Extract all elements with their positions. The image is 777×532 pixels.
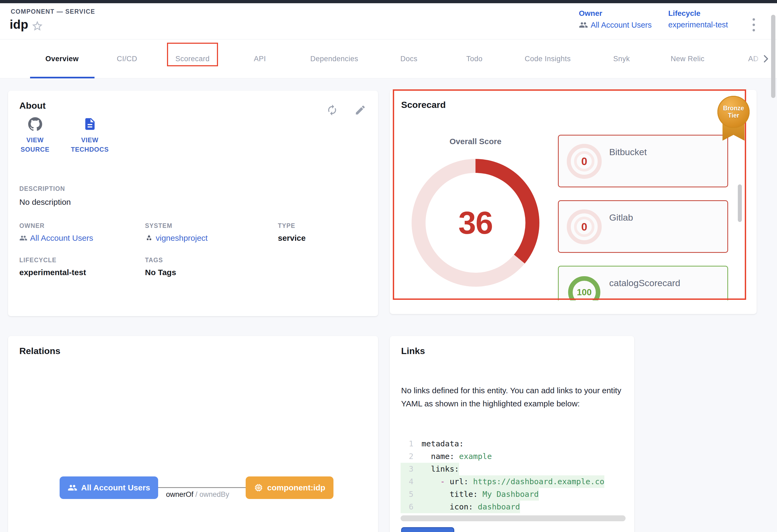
description-value: No description	[19, 197, 71, 207]
favorite-star-icon[interactable]	[31, 20, 43, 32]
chevron-right-icon[interactable]	[760, 53, 771, 64]
bitbucket-score-ring: 0	[567, 144, 602, 179]
tab-new-relic[interactable]: New Relic	[671, 39, 704, 79]
relation-target-label: component:idp	[267, 483, 325, 492]
lifecycle-value: experimental-test	[668, 20, 728, 29]
gitlab-score-ring: 0	[567, 210, 602, 244]
code-line: 2 name: example	[390, 450, 626, 463]
code-horizontal-scrollbar[interactable]	[401, 515, 626, 521]
github-icon	[28, 117, 42, 131]
tab-overview[interactable]: Overview	[45, 39, 79, 79]
owner-value: All Account Users	[591, 21, 652, 29]
relation-node-component[interactable]: component:idp	[246, 477, 333, 499]
badge-text-line1: Bronze	[723, 105, 744, 112]
scorecard-item-gitlab[interactable]: 0 Gitlab	[558, 200, 728, 253]
gitlab-score-value: 0	[567, 210, 602, 244]
about-card-title: About	[19, 100, 46, 111]
bronze-tier-badge: Bronze Tier	[717, 96, 750, 141]
tab-dependencies[interactable]: Dependencies	[310, 39, 358, 79]
refresh-icon[interactable]	[326, 104, 338, 116]
lifecycle-field-label: LIFECYCLE	[19, 257, 57, 264]
gitlab-name: Gitlab	[609, 212, 633, 223]
people-icon	[19, 234, 27, 242]
relation-node-owner[interactable]: All Account Users	[60, 477, 158, 499]
badge-rosette: Bronze Tier	[717, 96, 750, 128]
about-card: About VIEW SOURCE VIEW TECHDOCS DESCRIPT…	[8, 91, 378, 316]
tab-todo[interactable]: Todo	[466, 39, 483, 79]
description-label: DESCRIPTION	[19, 185, 65, 192]
owner-label: Owner	[579, 9, 652, 18]
catalogscorecard-score-value: 100	[567, 275, 602, 300]
tab-scorecard[interactable]: Scorecard	[175, 39, 210, 79]
code-line: 1metadata:	[390, 437, 626, 450]
page-title: idp	[10, 17, 28, 32]
tab-cicd[interactable]: CI/CD	[117, 39, 137, 79]
more-options-kebab-icon[interactable]	[750, 14, 758, 35]
bitbucket-name: Bitbucket	[609, 147, 647, 157]
type-field-value: service	[278, 234, 306, 243]
system-field-value: vigneshproject	[156, 234, 208, 243]
badge-text-line2: Tier	[728, 112, 739, 119]
links-empty-message: No links defined for this entity. You ca…	[401, 384, 628, 410]
edge-backward: ownedBy	[200, 490, 229, 499]
owner-link[interactable]: All Account Users	[579, 20, 652, 29]
tab-code-insights[interactable]: Code Insights	[525, 39, 571, 79]
links-card-action-button[interactable]	[401, 527, 454, 532]
relations-card: Relations All Account Users component:id…	[8, 336, 378, 532]
yaml-code-block: 1metadata: 2 name: example 3 links: 4 - …	[390, 437, 626, 513]
edge-separator: /	[193, 490, 200, 499]
breadcrumb: COMPONENT — SERVICE	[11, 8, 95, 15]
owner-field-link[interactable]: All Account Users	[19, 234, 93, 243]
owner-field-label: OWNER	[19, 222, 44, 230]
header-lifecycle: Lifecycle experimental-test	[668, 9, 728, 29]
edge-forward: ownerOf	[166, 490, 193, 499]
techdocs-document-icon	[83, 117, 97, 131]
tabs-bar: Overview CI/CD Scorecard API Dependencie…	[0, 39, 777, 79]
scorecard-item-catalogscorecard[interactable]: 100 catalogScorecard	[558, 266, 728, 300]
code-line-highlighted: 4 - url: https://dashboard.example.co	[390, 476, 626, 488]
system-tree-icon	[145, 234, 153, 242]
catalogscorecard-score-ring: 100	[567, 275, 602, 300]
type-field-label: TYPE	[278, 222, 295, 230]
system-field-link[interactable]: vigneshproject	[145, 234, 208, 243]
code-line-highlighted: 6 icon: dashboard	[390, 501, 626, 513]
view-techdocs-label: VIEW TECHDOCS	[65, 135, 115, 154]
active-tab-underline	[30, 77, 95, 79]
tab-snyk[interactable]: Snyk	[613, 39, 630, 79]
links-card: Links No links defined for this entity. …	[390, 336, 634, 532]
overall-score-label: Overall Score	[449, 137, 501, 146]
tab-docs[interactable]: Docs	[400, 39, 418, 79]
chip-component-icon	[254, 483, 263, 493]
catalogscorecard-name: catalogScorecard	[609, 278, 680, 288]
tab-api[interactable]: API	[254, 39, 266, 79]
people-icon	[68, 483, 77, 493]
scorecard-card: Scorecard Bronze Tier Overall Score 36 0…	[390, 90, 757, 314]
code-line-highlighted: 3 links:	[390, 463, 626, 476]
view-source-link[interactable]: VIEW SOURCE	[16, 117, 54, 154]
scorecard-card-title: Scorecard	[401, 100, 446, 110]
app-window: COMPONENT — SERVICE idp Owner All Accoun…	[0, 0, 777, 532]
links-card-title: Links	[401, 346, 425, 356]
code-line-highlighted: 5 title: My Dashboard	[390, 488, 626, 501]
view-techdocs-link[interactable]: VIEW TECHDOCS	[65, 117, 115, 154]
edit-pencil-icon[interactable]	[354, 104, 366, 116]
page-scrollbar[interactable]	[771, 15, 775, 98]
lifecycle-label: Lifecycle	[668, 9, 728, 18]
scorecard-item-list: 0 Bitbucket 0 Gitlab 100 catalogScorecar…	[558, 135, 728, 300]
relation-edge-line	[149, 487, 246, 488]
header-owner: Owner All Account Users	[579, 9, 652, 29]
system-field-label: SYSTEM	[145, 222, 173, 230]
owner-field-value: All Account Users	[30, 234, 93, 243]
tags-field-value: No Tags	[145, 268, 176, 277]
scorecard-item-bitbucket[interactable]: 0 Bitbucket	[558, 135, 728, 187]
relation-edge-label: ownerOf / ownedBy	[166, 490, 229, 499]
relations-card-title: Relations	[19, 346, 61, 356]
entity-header: COMPONENT — SERVICE idp Owner All Accoun…	[0, 3, 777, 39]
tags-field-label: TAGS	[145, 257, 163, 264]
overall-score-value: 36	[458, 205, 492, 241]
overall-score-gauge: 36	[412, 159, 539, 287]
lifecycle-field-value: experimental-test	[19, 268, 86, 277]
scorecard-list-scrollbar[interactable]	[738, 184, 742, 222]
browser-top-strip	[0, 0, 777, 3]
relation-source-label: All Account Users	[81, 483, 150, 492]
